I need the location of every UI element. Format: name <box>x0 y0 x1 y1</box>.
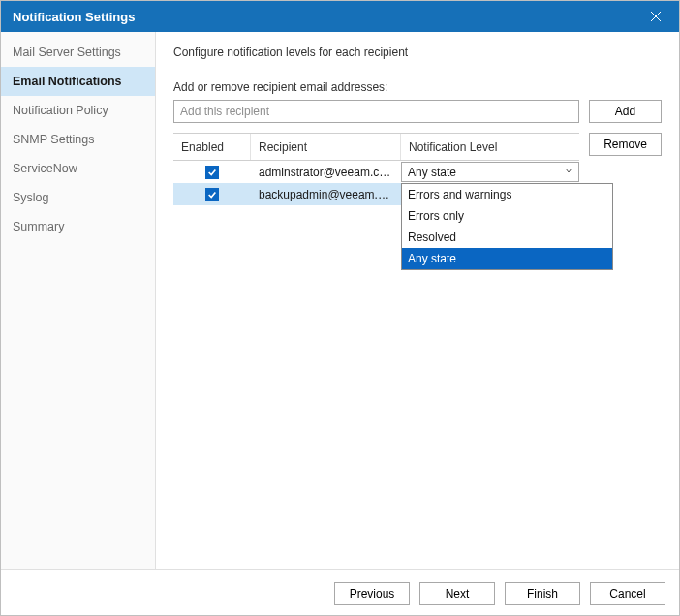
dropdown-option[interactable]: Resolved <box>402 227 612 248</box>
col-header-enabled[interactable]: Enabled <box>173 134 251 160</box>
sidebar-item-syslog[interactable]: Syslog <box>1 183 155 212</box>
cell-enabled <box>173 183 251 205</box>
sidebar: Mail Server SettingsEmail NotificationsN… <box>1 32 156 569</box>
col-header-level[interactable]: Notification Level <box>401 134 579 160</box>
footer: Previous Next Finish Cancel <box>1 569 679 616</box>
level-select[interactable]: Any state <box>401 162 579 182</box>
next-button[interactable]: Next <box>419 582 495 605</box>
main-panel: Configure notification levels for each r… <box>156 32 679 569</box>
remove-button[interactable]: Remove <box>589 133 662 156</box>
cell-recipient: adminstrator@veeam.com <box>251 161 401 183</box>
sidebar-item-snmp-settings[interactable]: SNMP Settings <box>1 125 155 154</box>
sidebar-item-summary[interactable]: Summary <box>1 212 155 241</box>
chevron-down-icon <box>563 165 574 179</box>
sidebar-item-servicenow[interactable]: ServiceNow <box>1 154 155 183</box>
previous-button[interactable]: Previous <box>334 582 410 605</box>
dropdown-option[interactable]: Any state <box>402 248 612 269</box>
cell-recipient: backupadmin@veeam.co... <box>251 183 401 205</box>
col-header-recipient[interactable]: Recipient <box>251 134 401 160</box>
table-row[interactable]: adminstrator@veeam.comAny state <box>173 161 579 183</box>
recipient-input[interactable] <box>173 100 579 123</box>
cell-level: Any state <box>401 161 579 183</box>
addremove-label: Add or remove recipient email addresses: <box>173 80 662 94</box>
dropdown-option[interactable]: Errors only <box>402 205 612 227</box>
sidebar-item-mail-server-settings[interactable]: Mail Server Settings <box>1 38 155 67</box>
sidebar-item-notification-policy[interactable]: Notification Policy <box>1 96 155 125</box>
dropdown-option[interactable]: Errors and warnings <box>402 184 612 205</box>
table-header: Enabled Recipient Notification Level <box>173 134 579 161</box>
close-button[interactable] <box>642 3 669 30</box>
titlebar: Notification Settings <box>1 1 679 32</box>
enabled-checkbox[interactable] <box>205 188 219 201</box>
sidebar-item-email-notifications[interactable]: Email Notifications <box>1 67 155 96</box>
cancel-button[interactable]: Cancel <box>590 582 665 605</box>
level-dropdown[interactable]: Errors and warningsErrors onlyResolvedAn… <box>401 183 613 270</box>
finish-button[interactable]: Finish <box>505 582 580 605</box>
close-icon <box>650 11 662 22</box>
enabled-checkbox[interactable] <box>205 166 219 179</box>
cell-enabled <box>173 161 251 183</box>
window-title: Notification Settings <box>13 10 642 24</box>
page-description: Configure notification levels for each r… <box>173 46 662 59</box>
add-button[interactable]: Add <box>589 100 662 123</box>
